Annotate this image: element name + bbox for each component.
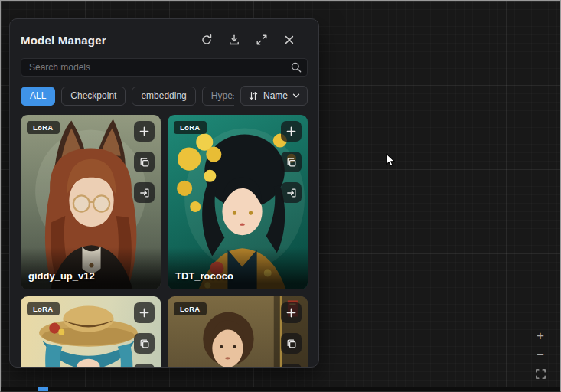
- search-icon: [290, 61, 302, 74]
- close-icon: [283, 34, 295, 46]
- model-card[interactable]: LoRA TDT_rococo: [168, 115, 308, 289]
- sort-icon: [248, 90, 259, 101]
- model-card[interactable]: LoRA: [21, 296, 161, 367]
- copy-icon: [139, 338, 150, 349]
- refresh-button[interactable]: [197, 31, 216, 49]
- panel-header: Model Manager: [21, 30, 308, 50]
- bottom-edge-bar: [1, 387, 560, 391]
- load-model-button[interactable]: [281, 182, 302, 203]
- arrow-into-box-icon: [286, 188, 297, 198]
- model-type-badge: LoRA: [174, 302, 207, 315]
- search-bar: [21, 58, 308, 77]
- refresh-icon: [201, 34, 213, 46]
- copy-icon: [286, 157, 297, 168]
- arrow-into-box-icon: [139, 188, 150, 198]
- model-name: TDT_rococo: [175, 270, 233, 282]
- load-model-button[interactable]: [281, 364, 302, 367]
- zoom-out-button[interactable]: −: [532, 346, 549, 363]
- bottom-edge-accent: [38, 387, 48, 391]
- copy-model-button[interactable]: [281, 333, 302, 354]
- copy-model-button[interactable]: [134, 152, 155, 172]
- plus-icon: [286, 308, 296, 318]
- close-button[interactable]: [280, 31, 298, 49]
- canvas-controls: + −: [532, 327, 549, 382]
- sort-label: Name: [263, 90, 288, 101]
- copy-icon: [139, 157, 150, 168]
- add-model-button[interactable]: [134, 302, 155, 323]
- panel-header-actions: [197, 31, 308, 49]
- load-model-button[interactable]: [134, 182, 155, 203]
- filter-chip-label: Hype: [211, 90, 233, 101]
- model-card[interactable]: LoRA giddy_up_v12: [21, 115, 161, 289]
- card-actions: [281, 121, 302, 203]
- model-type-badge: LoRA: [27, 302, 60, 315]
- panel-title: Model Manager: [21, 34, 106, 47]
- plus-icon: [139, 126, 149, 136]
- model-name: giddy_up_v12: [28, 270, 95, 282]
- chip-overflow-chevron-icon: ›: [233, 91, 234, 101]
- filter-chip-checkpoint[interactable]: Checkpoint: [61, 87, 126, 106]
- card-actions: [134, 121, 155, 203]
- node-editor-canvas[interactable]: Model Manager ALL: [0, 0, 561, 392]
- filter-chip-hypernetwork[interactable]: Hype›: [202, 87, 234, 106]
- fit-view-button[interactable]: [532, 365, 549, 382]
- model-type-badge: LoRA: [27, 121, 60, 134]
- fit-view-icon: [535, 368, 546, 380]
- card-actions: [281, 302, 302, 367]
- model-card[interactable]: LoRA: [168, 296, 308, 367]
- search-input[interactable]: [21, 58, 308, 77]
- load-model-button[interactable]: [134, 364, 155, 367]
- add-model-button[interactable]: [281, 121, 302, 142]
- filter-row: ALL Checkpoint embedding Hype› Name: [21, 86, 308, 106]
- filter-chips: ALL Checkpoint embedding Hype›: [21, 87, 234, 106]
- filter-chip-all[interactable]: ALL: [21, 87, 55, 106]
- card-actions: [134, 302, 155, 367]
- plus-icon: [139, 308, 149, 318]
- chevron-down-icon: [292, 93, 300, 99]
- plus-icon: [286, 126, 296, 136]
- copy-model-button[interactable]: [134, 333, 155, 354]
- model-manager-panel: Model Manager ALL: [9, 18, 319, 368]
- model-card-grid: LoRA giddy_up_v12: [21, 115, 308, 367]
- copy-icon: [286, 338, 297, 349]
- card-name-overlay: TDT_rococo: [168, 247, 308, 289]
- download-button[interactable]: [225, 31, 243, 49]
- zoom-in-button[interactable]: +: [532, 327, 549, 344]
- expand-button[interactable]: [253, 31, 271, 49]
- copy-model-button[interactable]: [281, 152, 302, 172]
- model-type-badge: LoRA: [174, 121, 207, 134]
- mouse-cursor: [386, 153, 400, 171]
- download-icon: [228, 34, 240, 46]
- add-model-button[interactable]: [134, 121, 155, 142]
- expand-icon: [256, 34, 268, 46]
- filter-chip-embedding[interactable]: embedding: [132, 87, 195, 106]
- sort-dropdown[interactable]: Name: [240, 86, 308, 106]
- add-model-button[interactable]: [281, 302, 302, 323]
- card-name-overlay: giddy_up_v12: [21, 247, 161, 289]
